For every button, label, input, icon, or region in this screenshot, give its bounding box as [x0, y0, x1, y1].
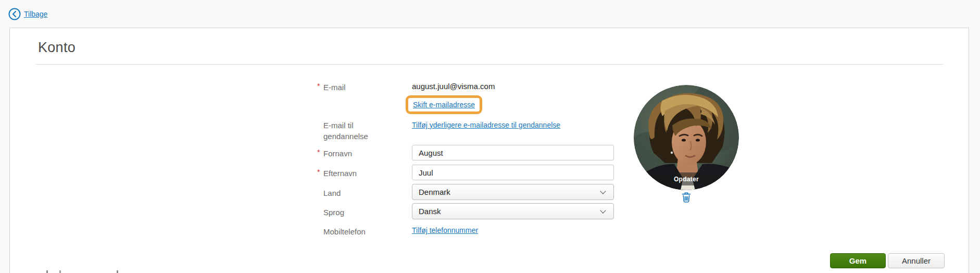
email-label: *E-mail [323, 82, 394, 93]
last-name-input[interactable] [412, 165, 614, 180]
email-value: august.juul@visma.com [412, 82, 495, 91]
page-title: Konto [38, 40, 76, 56]
language-label: Sprog [323, 207, 394, 218]
language-select-value: Dansk [419, 207, 441, 216]
cutoff-text-fragment [46, 270, 48, 273]
highlight-box: Skift e-mailadresse [406, 95, 482, 114]
delete-avatar-button[interactable] [681, 192, 692, 203]
trash-icon [681, 192, 692, 203]
country-select-value: Denmark [419, 188, 450, 196]
cancel-button[interactable]: Annuller [888, 253, 945, 268]
avatar[interactable]: Opdater [634, 85, 739, 190]
chevron-down-icon [600, 188, 606, 194]
page: Tilbage Konto *E-mail august.juul@visma.… [0, 0, 980, 273]
add-phone-link[interactable]: Tilføj telefonnummer [412, 226, 478, 234]
country-select[interactable]: Denmark [412, 184, 614, 200]
title-divider [36, 64, 943, 65]
cutoff-text-fragment [117, 270, 118, 273]
language-select[interactable]: Dansk [412, 203, 614, 219]
mobile-label: Mobiltelefon [323, 226, 394, 237]
change-email-link[interactable]: Skift e-mailadresse [413, 101, 475, 109]
avatar-update-overlay[interactable]: Opdater [634, 172, 739, 185]
first-name-label: *Fornavn [323, 148, 394, 159]
add-recovery-email-link[interactable]: Tilføj yderligere e-mailadresse til gend… [412, 121, 560, 129]
country-label: Land [323, 188, 394, 198]
recovery-email-label: E-mail til gendannelse [323, 120, 386, 142]
save-button[interactable]: Gem [830, 253, 886, 268]
back-icon [8, 8, 21, 20]
chevron-down-icon [600, 207, 606, 213]
required-marker: * [317, 147, 320, 158]
cutoff-text-fragment [59, 270, 61, 273]
back-link-label: Tilbage [24, 10, 47, 18]
avatar-update-label: Opdater [674, 176, 699, 183]
required-marker: * [317, 81, 320, 92]
last-name-label: *Efternavn [323, 168, 394, 179]
account-card: Konto *E-mail august.juul@visma.com Skif… [9, 28, 969, 273]
first-name-input[interactable] [412, 145, 614, 160]
required-marker: * [317, 167, 320, 178]
back-link[interactable]: Tilbage [8, 8, 47, 20]
